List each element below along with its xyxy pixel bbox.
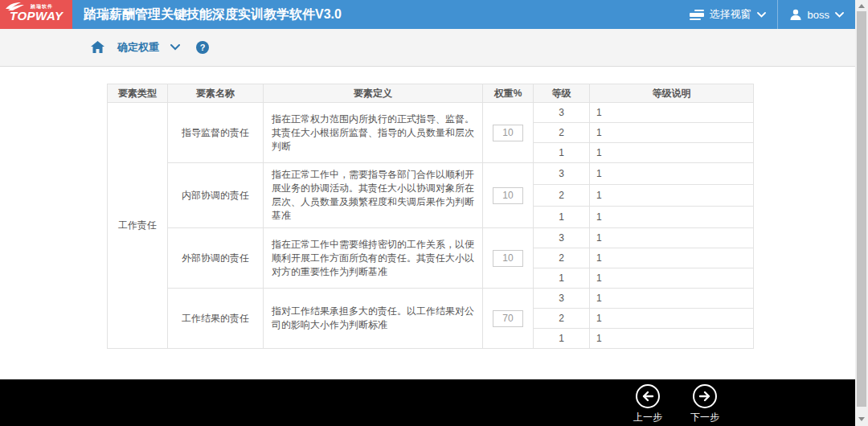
scrollbar-thumb[interactable]: [857, 11, 866, 407]
col-header-factor-definition: 要素定义: [264, 84, 483, 103]
level-description-cell: 1: [590, 248, 754, 268]
level-description-cell: 1: [590, 103, 754, 123]
factor-name-cell: 外部协调的责任: [168, 228, 264, 289]
weight-cell: [483, 163, 534, 228]
level-description-cell: 1: [590, 143, 754, 163]
app-window: 踏瑞软件 TOPWAY 踏瑞薪酬管理关键技能深度实训教学软件V3.0 选择视窗 …: [0, 0, 868, 426]
col-header-factor-name: 要素名称: [168, 84, 264, 103]
scroll-down-icon[interactable]: [858, 417, 865, 421]
level-description-cell: 1: [590, 123, 754, 143]
user-icon: [789, 8, 802, 21]
level-cell: 2: [534, 309, 590, 329]
table-row: 内部协调的责任指在正常工作中，需要指导各部门合作以顺利开展业务的协调活动。其责任…: [108, 163, 754, 185]
weight-cell: [483, 289, 534, 349]
home-icon[interactable]: [91, 41, 104, 54]
level-description-cell: 1: [590, 163, 754, 185]
arrow-left-icon: [636, 384, 660, 408]
breadcrumb[interactable]: 确定权重: [117, 40, 159, 55]
level-cell: 1: [534, 329, 590, 349]
weight-input[interactable]: [493, 187, 523, 204]
level-cell: 3: [534, 103, 590, 123]
level-description-cell: 1: [590, 185, 754, 207]
window-select-icon: [690, 8, 704, 22]
factor-table-body: 工作责任指导监督的责任指在正常权力范围内所执行的正式指导、监督。其责任大小根据所…: [108, 103, 754, 349]
next-step-label: 下一步: [687, 411, 723, 424]
level-description-cell: 1: [590, 207, 754, 228]
scroll-up-icon[interactable]: [858, 4, 865, 8]
col-header-factor-type: 要素类型: [108, 84, 168, 103]
chevron-down-icon[interactable]: [170, 44, 180, 51]
level-cell: 3: [534, 228, 590, 248]
page-title: 踏瑞薪酬管理关键技能深度实训教学软件V3.0: [72, 6, 342, 23]
factor-definition-cell: 指在正常工作中，需要指导各部门合作以顺利开展业务的协调活动。其责任大小以协调对象…: [264, 163, 483, 228]
col-header-level-description: 等级说明: [590, 84, 754, 103]
factor-name-cell: 指导监督的责任: [168, 103, 264, 163]
footer-bar: 上一步 下一步: [0, 379, 855, 426]
factor-name-cell: 工作结果的责任: [168, 289, 264, 349]
weight-cell: [483, 103, 534, 163]
level-cell: 1: [534, 143, 590, 163]
user-menu[interactable]: boss: [778, 0, 855, 29]
level-cell: 1: [534, 268, 590, 289]
table-row: 工作结果的责任指对工作结果承担多大的责任。以工作结果对公司的影响大小作为判断标准…: [108, 289, 754, 309]
arrow-right-icon: [693, 384, 717, 408]
next-step-button[interactable]: 下一步: [687, 384, 723, 424]
weight-input[interactable]: [493, 310, 523, 327]
logo: 踏瑞软件 TOPWAY: [0, 0, 72, 29]
prev-step-button[interactable]: 上一步: [630, 384, 665, 424]
weight-cell: [483, 228, 534, 289]
level-description-cell: 1: [590, 309, 754, 329]
user-name: boss: [808, 9, 829, 21]
level-description-cell: 1: [590, 228, 754, 248]
level-cell: 1: [534, 207, 590, 228]
level-cell: 2: [534, 185, 590, 207]
window-select-label: 选择视窗: [710, 7, 751, 22]
factor-definition-cell: 指在正常权力范围内所执行的正式指导、监督。其责任大小根据所监督、指导的人员数量和…: [264, 103, 483, 163]
level-cell: 3: [534, 289, 590, 309]
chevron-down-icon: [757, 12, 766, 18]
table-header-row: 要素类型 要素名称 要素定义 权重% 等级 等级说明: [108, 84, 754, 103]
window-select-dropdown[interactable]: 选择视窗: [678, 0, 777, 29]
level-description-cell: 1: [590, 329, 754, 349]
level-cell: 2: [534, 248, 590, 268]
header-right: 选择视窗 boss: [678, 0, 855, 29]
logo-brand-text: TOPWAY: [10, 9, 63, 23]
factor-type-cell: 工作责任: [108, 103, 168, 349]
table-row: 工作责任指导监督的责任指在正常权力范围内所执行的正式指导、监督。其责任大小根据所…: [108, 103, 754, 123]
level-cell: 2: [534, 123, 590, 143]
factor-name-cell: 内部协调的责任: [168, 163, 264, 228]
col-header-weight: 权重%: [483, 84, 534, 103]
level-description-cell: 1: [590, 268, 754, 289]
factor-definition-cell: 指对工作结果承担多大的责任。以工作结果对公司的影响大小作为判断标准: [264, 289, 483, 349]
weight-input[interactable]: [493, 125, 523, 141]
app-header: 踏瑞软件 TOPWAY 踏瑞薪酬管理关键技能深度实训教学软件V3.0 选择视窗 …: [0, 0, 855, 29]
vertical-scrollbar[interactable]: [855, 0, 868, 426]
breadcrumb-bar: 确定权重 ?: [0, 29, 855, 67]
level-description-cell: 1: [590, 289, 754, 309]
help-icon[interactable]: ?: [196, 41, 209, 54]
prev-step-label: 上一步: [630, 411, 665, 424]
chevron-down-icon: [835, 12, 844, 18]
col-header-level: 等级: [534, 84, 590, 103]
factor-weight-table: 要素类型 要素名称 要素定义 权重% 等级 等级说明 工作责任指导监督的责任指在…: [107, 84, 754, 349]
table-row: 外部协调的责任指在正常工作中需要维持密切的工作关系，以便顺利开展工作方面所负有的…: [108, 228, 754, 248]
level-cell: 3: [534, 163, 590, 185]
factor-definition-cell: 指在正常工作中需要维持密切的工作关系，以便顺利开展工作方面所负有的责任。其责任大…: [264, 228, 483, 289]
weight-input[interactable]: [493, 250, 523, 267]
